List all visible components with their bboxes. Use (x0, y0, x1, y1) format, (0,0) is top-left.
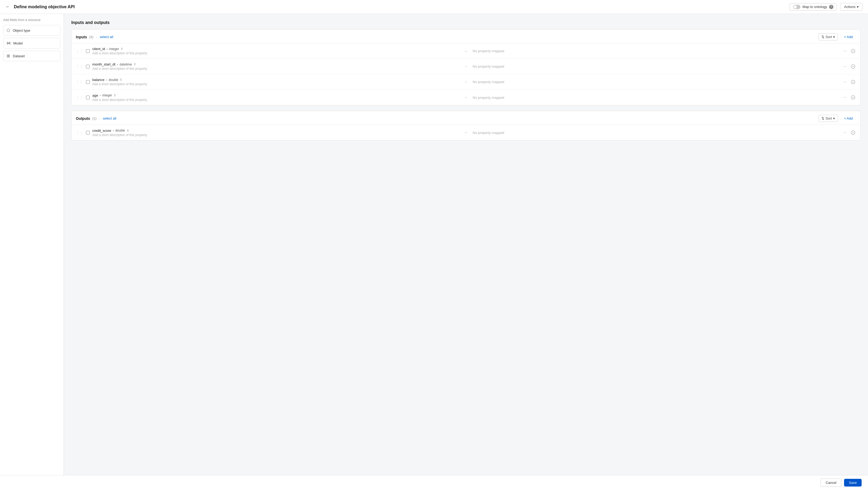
row-more-button[interactable]: ··· (842, 79, 848, 85)
row-remove-button[interactable] (850, 49, 856, 54)
field-description: Add a short description of this property (92, 67, 459, 70)
row-remove-button[interactable] (850, 64, 856, 69)
row-more-button[interactable]: ··· (842, 64, 848, 69)
field-description: Add a short description of this property (92, 98, 459, 102)
type-arrows-icon[interactable]: ⇕ (120, 78, 122, 82)
inputs-select-all[interactable]: select all (100, 35, 113, 39)
field-checkbox[interactable] (86, 95, 90, 99)
field-info: client_id • integer ⇕ Add a short descri… (92, 47, 459, 55)
field-name-row: credit_score • double ⇕ (92, 128, 459, 133)
field-description: Add a short description of this property (92, 133, 459, 137)
field-description: Add a short description of this property (92, 51, 459, 55)
outputs-rows: ⋮⋮ credit_score • double ⇕ Add a short d… (71, 125, 860, 140)
map-arrow-icon: → (464, 80, 468, 84)
sidebar-item-model[interactable]: ⋈ Model (3, 38, 60, 49)
outputs-header: Outputs (1) · select all ⇅ Sort ▾ + Add (71, 111, 860, 125)
field-type: double (108, 78, 118, 82)
row-more-button[interactable]: ··· (842, 48, 848, 54)
table-row: ⋮⋮ client_id • integer ⇕ Add a short des… (71, 44, 860, 59)
row-actions: ··· (842, 79, 856, 85)
field-dot: • (113, 129, 114, 132)
field-name: balance (92, 78, 104, 82)
row-more-button[interactable]: ··· (842, 130, 848, 136)
inputs-sort-button[interactable]: ⇅ Sort ▾ (818, 33, 838, 40)
field-name-row: balance • double ⇕ (92, 78, 459, 82)
sidebar-item-label-dataset: Dataset (13, 54, 25, 58)
row-remove-button[interactable] (850, 130, 856, 135)
no-property-label: No property mapped (473, 80, 839, 84)
type-arrows-icon[interactable]: ⇕ (121, 47, 123, 51)
help-icon[interactable]: ? (829, 5, 833, 9)
outputs-sort-chevron: ▾ (833, 116, 835, 120)
row-remove-button[interactable] (850, 79, 856, 85)
field-type: double (116, 128, 125, 132)
map-arrow-icon: → (464, 49, 468, 54)
back-button[interactable]: ← (5, 4, 10, 9)
outputs-header-left: Outputs (1) · select all (76, 116, 818, 121)
field-type: datetime (120, 63, 132, 66)
field-checkbox[interactable] (86, 49, 90, 53)
no-property-label: No property mapped (473, 131, 839, 135)
table-row: ⋮⋮ month_start_dt • datetime ⇕ Add a sho… (71, 59, 860, 74)
map-ontology-toggle[interactable]: Map to ontology ? (789, 3, 837, 11)
header: ← Define modeling objective API Map to o… (0, 0, 868, 14)
field-info: balance • double ⇕ Add a short descripti… (92, 78, 459, 86)
type-arrows-icon[interactable]: ⇕ (127, 129, 129, 132)
row-more-button[interactable]: ··· (842, 94, 848, 100)
sort-chevron: ▾ (833, 35, 835, 39)
map-arrow-icon: → (464, 64, 468, 69)
field-name-row: client_id • integer ⇕ (92, 47, 459, 51)
sidebar: Add fields from a resource ⬡ Object type… (0, 14, 64, 475)
cancel-button[interactable]: Cancel (820, 479, 841, 487)
type-arrows-icon[interactable]: ⇕ (114, 94, 116, 97)
header-right: Map to ontology ? Actions ▾ (789, 3, 863, 11)
inputs-dot: · (96, 35, 97, 39)
field-dot: • (100, 94, 101, 97)
outputs-label: Outputs (76, 116, 90, 121)
row-remove-button[interactable] (850, 95, 856, 100)
sidebar-item-object-type[interactable]: ⬡ Object type (3, 25, 60, 36)
sidebar-item-dataset[interactable]: ⊞ Dataset (3, 51, 60, 61)
outputs-sort-button[interactable]: ⇅ Sort ▾ (818, 115, 838, 122)
inputs-header: Inputs (4) · select all ⇅ Sort ▾ + Add (71, 30, 860, 44)
outputs-select-all[interactable]: select all (103, 116, 116, 120)
drag-handle[interactable]: ⋮⋮ (76, 80, 83, 84)
footer: Cancel Save (0, 475, 868, 490)
sidebar-item-label-object-type: Object type (13, 28, 30, 32)
drag-handle[interactable]: ⋮⋮ (76, 49, 83, 53)
field-name: age (92, 93, 98, 97)
save-button[interactable]: Save (844, 479, 862, 487)
no-property-label: No property mapped (473, 49, 839, 53)
toggle-knob (794, 5, 797, 8)
field-name: credit_score (92, 128, 111, 133)
field-checkbox[interactable] (86, 131, 90, 135)
outputs-dot: · (99, 116, 100, 121)
inputs-add-button[interactable]: + Add (841, 33, 856, 40)
field-dot: • (106, 78, 107, 82)
map-arrow-icon: → (464, 130, 468, 135)
outputs-add-button[interactable]: + Add (841, 115, 856, 122)
field-name: month_start_dt (92, 62, 116, 66)
field-checkbox[interactable] (86, 80, 90, 84)
actions-chevron: ▾ (857, 5, 859, 9)
field-info: age • integer ⇕ Add a short description … (92, 93, 459, 102)
drag-handle[interactable]: ⋮⋮ (76, 64, 83, 68)
no-property-label: No property mapped (473, 64, 839, 68)
field-dot: • (107, 48, 108, 51)
field-name-row: age • integer ⇕ (92, 93, 459, 97)
inputs-header-left: Inputs (4) · select all (76, 35, 818, 39)
field-checkbox[interactable] (86, 65, 90, 68)
drag-handle[interactable]: ⋮⋮ (76, 95, 83, 99)
object-type-icon: ⬡ (7, 28, 10, 33)
page-title: Define modeling objective API (14, 4, 789, 9)
inputs-rows: ⋮⋮ client_id • integer ⇕ Add a short des… (71, 44, 860, 105)
actions-button[interactable]: Actions ▾ (840, 3, 863, 11)
main-content: Inputs and outputs Inputs (4) · select a… (64, 14, 868, 475)
toggle-switch[interactable] (793, 5, 800, 9)
sort-icon: ⇅ (822, 35, 824, 39)
inputs-block: Inputs (4) · select all ⇅ Sort ▾ + Add ⋮… (71, 29, 861, 106)
outputs-block: Outputs (1) · select all ⇅ Sort ▾ + Add … (71, 111, 861, 141)
type-arrows-icon[interactable]: ⇕ (133, 63, 136, 66)
drag-handle[interactable]: ⋮⋮ (76, 131, 83, 135)
inputs-count: (4) (89, 35, 93, 39)
